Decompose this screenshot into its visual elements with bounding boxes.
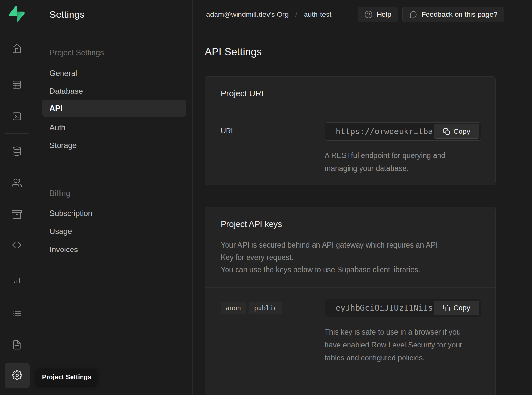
logs-icon[interactable] <box>12 308 22 319</box>
url-row: URL https://orwqeukritbayp Copy <box>205 111 495 175</box>
tooltip-label: Project Settings <box>42 373 91 381</box>
project-settings-tooltip: Project Settings <box>36 369 97 385</box>
settings-nav: Settings Project Settings General Databa… <box>34 0 193 395</box>
nav-section-billing: Billing <box>50 188 70 199</box>
api-keys-description-line: You can use the keys below to use Supaba… <box>221 263 480 276</box>
anon-key-badges: anon public <box>221 299 325 364</box>
breadcrumb-project[interactable]: auth-test <box>304 10 332 19</box>
nav-section-project-settings: Project Settings <box>50 47 104 58</box>
anon-key-value-column: eyJhbGciOiJIUzI1NiIsIn Copy This key is … <box>325 299 481 364</box>
nav-item-auth[interactable]: Auth <box>50 122 65 133</box>
anon-key-value: eyJhbGciOiJIUzI1NiIsIn <box>336 299 432 317</box>
docs-icon[interactable] <box>12 340 22 350</box>
rail-divider <box>5 262 29 262</box>
copy-icon <box>443 128 450 135</box>
anon-key-description-line: This key is safe to use in a browser if … <box>325 326 481 338</box>
url-label: URL <box>221 122 325 175</box>
breadcrumb: adam@windmill.dev's Org / auth-test <box>206 10 331 19</box>
supabase-settings-app: Project Settings Settings Project Settin… <box>0 0 532 395</box>
project-url-card-header: Project URL <box>205 77 495 111</box>
anon-key-description: This key is safe to use in a browser if … <box>325 326 481 364</box>
api-keys-card-header: Project API keys Your API is secured beh… <box>205 207 495 288</box>
settings-nav-header: Settings <box>34 0 192 29</box>
public-badge: public <box>249 302 282 314</box>
reports-icon[interactable] <box>12 274 22 285</box>
copy-anon-key-label: Copy <box>453 304 470 312</box>
api-keys-description-line: Your API is secured behind an API gatewa… <box>221 239 480 251</box>
nav-item-api-label: API <box>42 100 186 117</box>
rail-divider <box>5 67 29 67</box>
nav-item-api[interactable]: API <box>42 100 186 117</box>
anon-key-description-line: have enabled Row Level Security for your <box>325 338 481 351</box>
nav-item-subscription[interactable]: Subscription <box>50 208 92 219</box>
breadcrumb-org[interactable]: adam@windmill.dev's Org <box>206 10 289 19</box>
nav-item-invoices[interactable]: Invoices <box>50 244 78 255</box>
anon-key-description-line: tables and configured policies. <box>325 351 481 364</box>
home-icon[interactable] <box>12 43 22 54</box>
nav-item-storage[interactable]: Storage <box>50 140 77 151</box>
help-button-label: Help <box>377 10 391 19</box>
copy-anon-key-button[interactable]: Copy <box>434 301 479 315</box>
table-editor-icon[interactable] <box>12 80 22 90</box>
anon-badge: anon <box>221 302 246 314</box>
project-url-card: Project URL URL https://orwqeukritbayp C… <box>205 76 496 185</box>
database-icon[interactable] <box>12 146 22 156</box>
copy-url-button[interactable]: Copy <box>434 124 479 139</box>
help-circle-icon <box>364 10 373 19</box>
nav-section-divider <box>34 170 193 170</box>
url-value-column: https://orwqeukritbayp Copy A RESTful en… <box>325 122 481 175</box>
nav-item-database[interactable]: Database <box>50 86 83 97</box>
project-url-input[interactable]: https://orwqeukritbayp Copy <box>325 122 481 141</box>
main-panel: adam@windmill.dev's Org / auth-test Help… <box>193 0 532 395</box>
nav-item-general[interactable]: General <box>50 68 77 79</box>
url-description-line: managing your database. <box>325 162 481 175</box>
nav-rail <box>0 0 34 395</box>
api-keys-description: Your API is secured behind an API gatewa… <box>221 239 480 276</box>
api-keys-card-title: Project API keys <box>221 218 480 230</box>
project-url-value: https://orwqeukritbayp <box>336 123 432 140</box>
api-settings-content: API Settings Project URL URL https://orw… <box>193 29 496 395</box>
header-actions: Help Feedback on this page? <box>358 7 504 22</box>
storage-icon[interactable] <box>12 209 22 219</box>
main-header: adam@windmill.dev's Org / auth-test Help… <box>193 0 532 29</box>
message-bubble-icon <box>409 10 417 19</box>
feedback-button-label: Feedback on this page? <box>421 10 497 19</box>
anon-key-row: anon public eyJhbGciOiJIUzI1NiIsIn Copy <box>205 288 495 364</box>
auth-users-icon[interactable] <box>12 178 22 188</box>
project-api-keys-card: Project API keys Your API is secured beh… <box>205 207 496 395</box>
project-settings-gear-icon[interactable] <box>5 363 30 388</box>
supabase-logo-icon[interactable] <box>9 6 25 23</box>
settings-title: Settings <box>34 0 192 29</box>
anon-key-input[interactable]: eyJhbGciOiJIUzI1NiIsIn Copy <box>325 299 481 317</box>
keys-row-divider <box>205 391 495 391</box>
help-button[interactable]: Help <box>358 7 398 22</box>
breadcrumb-separator: / <box>295 10 297 19</box>
sql-editor-icon[interactable] <box>12 111 22 122</box>
nav-item-usage[interactable]: Usage <box>50 226 72 237</box>
url-description: A RESTful endpoint for querying and mana… <box>325 149 481 175</box>
rail-divider <box>5 133 29 134</box>
edge-functions-icon[interactable] <box>12 240 22 250</box>
copy-icon <box>443 304 450 312</box>
page-title: API Settings <box>205 46 496 58</box>
feedback-button[interactable]: Feedback on this page? <box>402 7 504 22</box>
project-url-card-title: Project URL <box>221 88 480 99</box>
api-keys-description-line: Key for every request. <box>221 251 480 263</box>
copy-url-label: Copy <box>453 127 470 136</box>
url-description-line: A RESTful endpoint for querying and <box>325 149 481 162</box>
